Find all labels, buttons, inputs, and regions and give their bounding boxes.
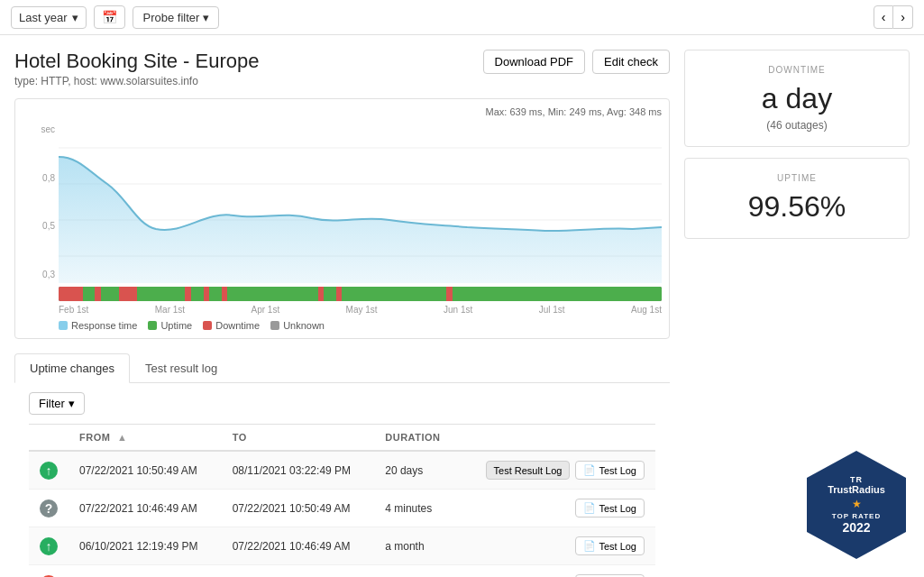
row-actions: 📄 Test Log [458, 490, 655, 527]
seg-down-2 [95, 287, 101, 301]
chart-svg [59, 121, 662, 283]
row-to: 07/22/2021 10:50:49 AM [222, 490, 375, 527]
chevron-icon: ▾ [72, 11, 78, 24]
seg-up-3 [137, 287, 186, 301]
col-from[interactable]: FROM ▲ [69, 425, 222, 452]
y-label-sec: sec [23, 124, 59, 134]
page-subtitle: type: HTTP, host: www.solarsuites.info [14, 75, 260, 87]
test-result-log-button[interactable]: Test Result Log [486, 461, 571, 480]
row-duration: a minute [374, 565, 458, 578]
seg-down-6 [204, 287, 210, 301]
probe-filter-button[interactable]: Probe filter ▾ [133, 6, 219, 29]
x-label-may: May 1st [346, 305, 378, 315]
row-action-buttons: 📄 Test Log [469, 499, 645, 517]
seg-down-7 [222, 287, 228, 301]
chart-container: Max: 639 ms, Min: 249 ms, Avg: 348 ms se… [14, 98, 670, 339]
uptime-dot [148, 321, 157, 330]
downtime-label: Downtime [215, 320, 260, 331]
calendar-button[interactable]: 📅 [94, 5, 125, 29]
nav-prev-button[interactable]: ‹ [874, 5, 894, 29]
seg-up-end [453, 287, 662, 301]
nav-next-button[interactable]: › [893, 5, 913, 29]
legend-downtime: Downtime [203, 320, 260, 331]
row-actions: Test Result Log 📄 Test Log [458, 451, 655, 490]
seg-up-6 [227, 287, 317, 301]
x-label-jul: Jul 1st [539, 305, 565, 315]
filter-row: Filter ▾ [14, 383, 670, 424]
table-body: ↑ 07/22/2021 10:50:49 AM 08/11/2021 03:2… [29, 451, 655, 577]
seg-up-main [342, 287, 446, 301]
badge-year: 2022 [842, 520, 870, 535]
status-up-icon: ↑ [40, 537, 58, 555]
row-from: 06/10/2021 12:18:49 PM [69, 565, 222, 578]
x-label-jun: Jun 1st [444, 305, 472, 315]
status-unknown-icon: ? [40, 499, 58, 517]
filter-button[interactable]: Filter ▾ [29, 392, 85, 415]
row-duration: a month [374, 527, 458, 565]
seg-up-5 [209, 287, 221, 301]
seg-up-4 [191, 287, 203, 301]
trustradius-badge[interactable]: TR TrustRadius ★ TOP RATED 2022 [807, 451, 906, 559]
col-duration: DURATION [374, 425, 458, 452]
badge-top-label: TOP RATED [832, 512, 881, 520]
legend-unknown: Unknown [270, 320, 325, 331]
date-filter-value: Last year [19, 11, 67, 24]
row-from: 07/22/2021 10:46:49 AM [69, 490, 222, 527]
row-status-cell: ↑ [29, 527, 69, 565]
tab-test-result-log[interactable]: Test result log [130, 353, 233, 382]
col-to: TO [222, 425, 375, 452]
filter-label: Filter [39, 397, 65, 410]
file-icon: 📄 [583, 502, 596, 514]
row-duration: 20 days [374, 451, 458, 490]
uptime-label: Uptime [160, 320, 192, 331]
uptime-value: 99.56% [700, 190, 894, 224]
y-label-03: 0,3 [23, 270, 59, 279]
top-bar: Last year ▾ 📅 Probe filter ▾ ‹ › [0, 0, 924, 35]
edit-check-button[interactable]: Edit check [592, 50, 670, 74]
table-container: FROM ▲ TO DURATION ↑ 07/22/2021 1 [14, 424, 670, 577]
table-row: ↑ 07/22/2021 10:50:49 AM 08/11/2021 03:2… [29, 451, 655, 490]
page-header: Hotel Booking Site - Europe type: HTTP, … [14, 50, 670, 87]
tab-uptime-changes[interactable]: Uptime changes [14, 353, 130, 383]
seg-up-1 [83, 287, 95, 301]
row-status-cell: ? [29, 490, 69, 527]
test-log-button-3[interactable]: 📄 Test Log [575, 536, 645, 555]
uptime-changes-table: FROM ▲ TO DURATION ↑ 07/22/2021 1 [29, 424, 655, 577]
legend: Response time Uptime Downtime Unknown [59, 320, 662, 331]
filter-chevron: ▾ [69, 397, 75, 410]
page-title: Hotel Booking Site - Europe [14, 50, 260, 73]
test-log-button-1[interactable]: 📄 Test Log [575, 461, 645, 480]
left-panel: Hotel Booking Site - Europe type: HTTP, … [14, 50, 670, 577]
sort-icon: ▲ [117, 432, 127, 443]
downtime-stat-box: DOWNTIME a day (46 outages) [684, 50, 910, 147]
y-label-05: 0,5 [23, 221, 59, 231]
row-from: 07/22/2021 10:50:49 AM [69, 451, 222, 490]
response-time-label: Response time [71, 320, 137, 331]
x-labels: Feb 1st Mar 1st Apr 1st May 1st Jun 1st … [59, 305, 662, 315]
row-action-buttons: Test Result Log 📄 Test Log [469, 461, 645, 480]
x-label-feb: Feb 1st [59, 305, 88, 315]
calendar-icon: 📅 [102, 10, 117, 24]
uptime-stat-box: UPTIME 99.56% [684, 158, 910, 239]
x-label-mar: Mar 1st [155, 305, 185, 315]
x-label-apr: Apr 1st [252, 305, 280, 315]
uptime-label: UPTIME [700, 173, 894, 183]
tabs-row: Uptime changes Test result log [14, 353, 670, 383]
probe-filter-label: Probe filter [142, 11, 199, 24]
status-up-icon: ↑ [40, 462, 58, 480]
test-log-button-2[interactable]: 📄 Test Log [575, 499, 645, 517]
y-label-08: 0,8 [23, 173, 59, 183]
badge-star: ★ [852, 498, 862, 510]
row-to: 07/22/2021 10:46:49 AM [222, 527, 375, 565]
badge-tr-label: TR [850, 475, 863, 484]
downtime-label: DOWNTIME [700, 65, 894, 75]
table-row: ↑ 06/10/2021 12:19:49 PM 07/22/2021 10:4… [29, 527, 655, 565]
date-filter[interactable]: Last year ▾ [11, 6, 87, 29]
col-status [29, 425, 69, 452]
downtime-sub: (46 outages) [700, 119, 894, 132]
seg-down-4 [131, 287, 137, 301]
download-pdf-button[interactable]: Download PDF [483, 50, 585, 74]
row-actions: 📄 Test Log [458, 527, 655, 565]
main-content: Hotel Booking Site - Europe type: HTTP, … [0, 35, 924, 577]
file-icon: 📄 [583, 540, 596, 552]
